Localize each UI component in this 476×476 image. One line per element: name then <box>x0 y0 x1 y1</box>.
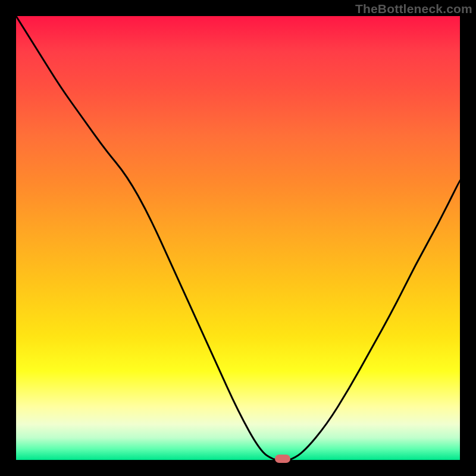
optimal-marker <box>275 455 290 463</box>
watermark-text: TheBottleneck.com <box>355 2 472 16</box>
chart-frame: TheBottleneck.com <box>0 0 476 476</box>
bottleneck-curve <box>16 16 460 460</box>
